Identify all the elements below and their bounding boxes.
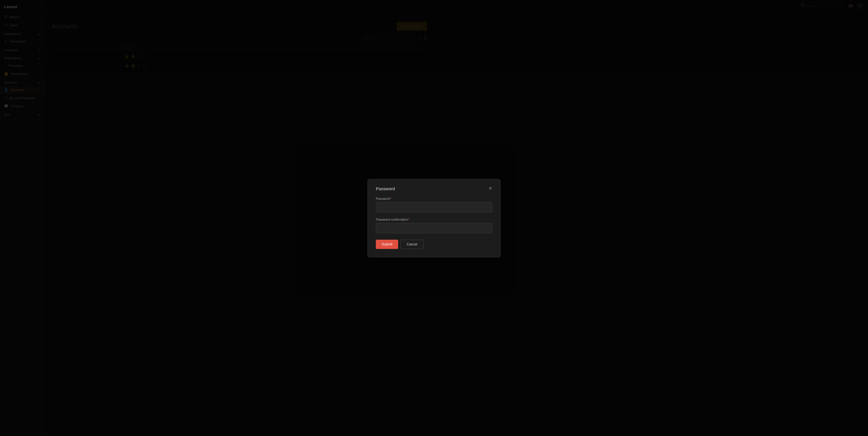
password-confirmation-group: Password confirmation* [376, 218, 434, 218]
password-input[interactable] [376, 202, 434, 212]
password-required: * [390, 197, 391, 200]
modal-overlay: Password ✕ Password* Password confirmati… [0, 0, 434, 218]
password-confirmation-required: * [408, 218, 409, 218]
password-label: Password* [376, 197, 434, 200]
password-group: Password* [376, 197, 434, 212]
password-modal: Password ✕ Password* Password confirmati… [368, 179, 434, 218]
modal-title: Password [376, 186, 395, 191]
modal-header: Password ✕ [376, 186, 434, 191]
password-confirmation-label: Password confirmation* [376, 218, 434, 218]
